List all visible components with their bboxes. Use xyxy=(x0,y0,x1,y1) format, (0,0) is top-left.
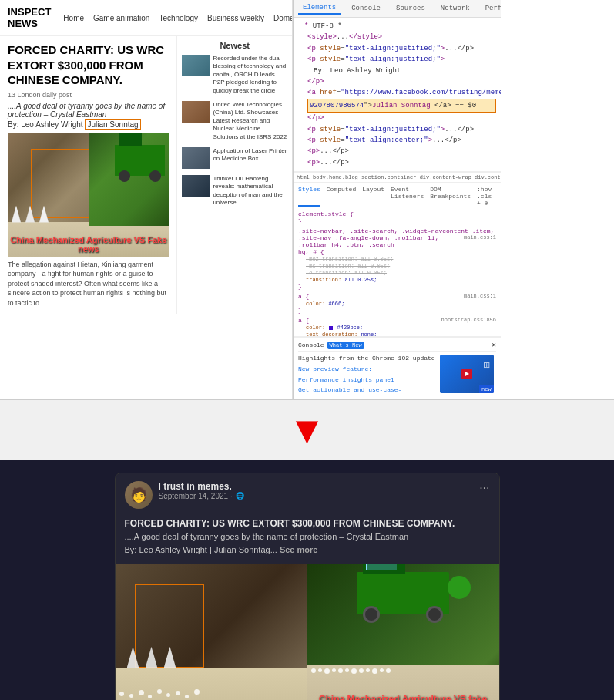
styles-tab-computed[interactable]: Computed xyxy=(327,186,356,207)
dom-line-3: <p style="text-align:justified;">...</p> xyxy=(298,43,496,54)
dom-line-1: * UTF-8 * xyxy=(298,21,496,32)
fb-more-options[interactable]: ··· xyxy=(479,481,489,495)
fb-post-body: FORCED CHARITY: US WRC EXTORT $300,000 F… xyxy=(116,513,499,564)
dom-line-2: <style>...</style> xyxy=(298,32,496,42)
newest-item-2: United Well Technologies (China) Ltd. Sh… xyxy=(182,101,287,141)
highlight-link-1[interactable]: New preview feature: xyxy=(298,364,435,375)
dom-highlight-anchor: 9207807986574">Julian Sonntag </a> == $0 xyxy=(307,99,496,113)
dom-line-11: <p>...</p> xyxy=(298,146,496,156)
newest-text-3: Application of Laser Printer on Medicine… xyxy=(213,147,287,163)
fb-post-info: I trust in memes. September 14, 2021 · 🌐 xyxy=(159,481,474,500)
newest-thumb-2 xyxy=(182,101,210,123)
dom-line-6: </p> xyxy=(298,76,496,87)
newest-item-4: Thinker Liu Haofeng reveals: mathematica… xyxy=(182,175,287,207)
article-byline: By: Leo Ashley Wright Julian Sonntag xyxy=(8,120,169,129)
fb-image-right: China Mechanized Agriculture VS fake new… xyxy=(307,564,499,700)
styles-tab-styles[interactable]: Styles xyxy=(298,186,320,207)
dom-tree: * UTF-8 * <style>...</style> <p style="t… xyxy=(294,18,501,172)
red-down-arrow: ▼ xyxy=(288,411,327,449)
dom-breadcrumb: html body.home.blog section.container di… xyxy=(294,172,501,183)
article-subtitle: ....A good deal of tyranny goes by the n… xyxy=(8,102,169,119)
fb-page-name: I trust in memes. xyxy=(159,481,474,492)
dom-line-12: <p>...</p> xyxy=(298,157,496,168)
newest-text-1: Recorded under the dual blessing of tech… xyxy=(213,55,287,95)
styles-panel: Styles Computed Layout Event Listeners D… xyxy=(294,183,501,337)
console-tab-console[interactable]: Console xyxy=(298,342,324,348)
style-rule-a-main: a { main.css:1 color: #666; } xyxy=(298,293,496,314)
youtube-play-icon[interactable] xyxy=(461,369,472,379)
newest-sidebar: Newest Recorded under the dual blessing … xyxy=(176,36,292,314)
article-excerpt: The allegation against Hietan, Xinjiang … xyxy=(8,260,169,308)
highlights-thumbnail: new ⊞ xyxy=(440,355,494,393)
highlights-title: Highlights from the Chrome 102 update xyxy=(298,355,435,362)
newest-thumb-4 xyxy=(182,175,210,197)
devtools-tab-elements[interactable]: Elements xyxy=(298,2,341,15)
devtools-tab-performance[interactable]: Performance xyxy=(481,3,501,14)
article-source: London daily post xyxy=(18,91,72,99)
nav-business[interactable]: Business weekly xyxy=(207,14,264,22)
article-title: FORCED CHARITY: US WRC EXTORT $300,000 F… xyxy=(8,42,169,88)
fb-post-text-1: ....A good deal of tyranny goes by the n… xyxy=(125,531,490,543)
dom-line-highlighted[interactable]: 9207807986574">Julian Sonntag </a> == $0 xyxy=(298,99,496,113)
devtools-tab-console[interactable]: Console xyxy=(347,3,385,14)
fb-image-caption: China Mechanized Agriculture VS fake new… xyxy=(307,694,499,700)
newest-item-1: Recorded under the dual blessing of tech… xyxy=(182,55,287,95)
fb-post-date: September 14, 2021 · 🌐 xyxy=(159,492,474,500)
newest-item-3: Application of Laser Printer on Medicine… xyxy=(182,147,287,169)
console-header: Console What's New ✕ xyxy=(298,341,496,352)
fb-post-text-2: By: Leo Ashley Wright | Julian Sonntag..… xyxy=(125,544,490,556)
new-badge: new xyxy=(479,385,494,393)
styles-tabs: Styles Computed Layout Event Listeners D… xyxy=(298,186,496,207)
article-content: FORCED CHARITY: US WRC EXTORT $300,000 F… xyxy=(0,36,176,314)
nav-home[interactable]: Home xyxy=(63,14,84,22)
top-section: INSPECT NEWS Home Game animation Technol… xyxy=(0,0,614,400)
article-date: 13 xyxy=(8,91,15,99)
facebook-post: 🧑 I trust in memes. September 14, 2021 ·… xyxy=(115,473,500,700)
newest-title: Newest xyxy=(182,41,287,50)
dom-line-8: </p> xyxy=(298,113,496,123)
dom-line-10: <p style="text-align:center;">...</p> xyxy=(298,135,496,146)
devtools-header: Elements Console Sources Network Perform… xyxy=(294,0,501,18)
style-rule-a-bootstrap: a { bootstrap.css:856 color: #420bce; te… xyxy=(298,317,496,337)
bottom-section: 🧑 I trust in memes. September 14, 2021 ·… xyxy=(0,460,614,700)
console-close-icon[interactable]: ✕ xyxy=(492,341,496,349)
news-logo: INSPECT NEWS xyxy=(8,6,51,29)
fb-see-more-link[interactable]: See more xyxy=(280,545,318,554)
highlights-panel: Highlights from the Chrome 102 update Ne… xyxy=(298,355,496,395)
fb-avatar: 🧑 xyxy=(125,481,153,509)
author-highlight: Julian Sonntag xyxy=(85,119,140,130)
styles-tab-eventlisteners[interactable]: Event Listeners xyxy=(391,186,424,207)
nav-domestic[interactable]: Domestic services xyxy=(273,14,293,22)
devtools-tab-sources[interactable]: Sources xyxy=(391,3,430,14)
newest-thumb-1 xyxy=(182,55,210,76)
devtools-tab-network[interactable]: Network xyxy=(436,3,475,14)
avatar-emoji: 🧑 xyxy=(130,486,147,503)
highlight-link-2[interactable]: Performance insights panel xyxy=(298,375,435,385)
styles-tab-layout[interactable]: Layout xyxy=(362,186,384,207)
styles-tab-dombreakpoints[interactable]: DOM Breakpoints xyxy=(430,186,471,207)
image-caption: China Mechanized Agriculture VS Fake new… xyxy=(8,235,169,254)
style-rule-element: element.style { } xyxy=(298,210,496,224)
newest-text-4: Thinker Liu Haofeng reveals: mathematica… xyxy=(213,175,287,207)
fb-image-left xyxy=(116,564,307,700)
nav-tech[interactable]: Technology xyxy=(159,14,198,22)
windows-logo-icon: ⊞ xyxy=(483,358,489,372)
nav-game[interactable]: Game animation xyxy=(93,14,149,22)
svg-marker-0 xyxy=(465,372,469,376)
news-navbar: INSPECT NEWS Home Game animation Technol… xyxy=(0,0,292,36)
dom-line-5: By: Leo Ashley Wright xyxy=(298,66,496,76)
dom-line-9: <p style="text-align:justified;">...</p> xyxy=(298,124,496,135)
dom-line-7: <a href="https://www.facebook.com/trusti… xyxy=(298,87,496,98)
fb-post-images: China Mechanized Agriculture VS fake new… xyxy=(116,564,499,700)
news-website-panel: INSPECT NEWS Home Game animation Technol… xyxy=(0,0,293,399)
whats-new-tab[interactable]: What's New xyxy=(327,342,364,349)
highlight-link-3[interactable]: Get actionable and use-case- xyxy=(298,385,435,395)
newest-thumb-3 xyxy=(182,147,210,169)
highlights-links: New preview feature: Performance insight… xyxy=(298,364,435,395)
filter-pseudo: :hov .cls + ⊕ xyxy=(477,186,496,207)
article-meta: 13 London daily post xyxy=(8,91,169,99)
fb-post-header: 🧑 I trust in memes. September 14, 2021 ·… xyxy=(116,473,499,513)
globe-icon: 🌐 xyxy=(236,492,244,500)
style-rule-sitenav: .site-navbar, .site-search, .widget-navc… xyxy=(298,227,496,290)
devtools-panel: Elements Console Sources Network Perform… xyxy=(293,0,501,399)
